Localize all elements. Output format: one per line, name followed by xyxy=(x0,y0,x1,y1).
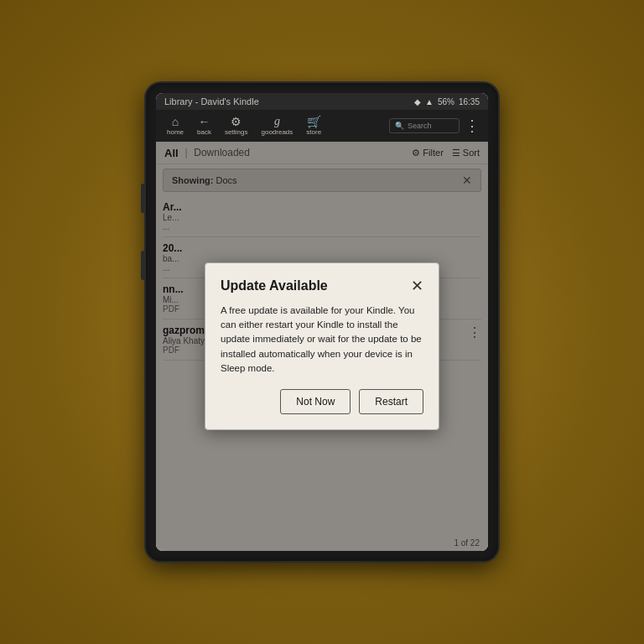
nav-goodreads[interactable]: g goodreads xyxy=(256,113,299,138)
search-placeholder: Search xyxy=(408,122,432,130)
status-bar: Library - David's Kindle ◆ ▲ 56% 16:35 xyxy=(156,93,488,110)
search-bar[interactable]: 🔍 Search xyxy=(389,118,460,133)
kindle-screen: Library - David's Kindle ◆ ▲ 56% 16:35 ⌂… xyxy=(156,93,488,551)
dialog-overlay: Update Available ✕ A free update is avai… xyxy=(156,142,488,551)
dialog-close-button[interactable]: ✕ xyxy=(411,278,423,293)
home-icon: ⌂ xyxy=(172,116,179,127)
nav-store-label: store xyxy=(306,128,321,136)
dialog-title: Update Available xyxy=(221,278,328,293)
nav-menu-button[interactable]: ⋮ xyxy=(461,117,483,135)
nav-settings[interactable]: ⚙ settings xyxy=(219,113,254,138)
nav-back[interactable]: ← back xyxy=(191,113,217,138)
nav-back-label: back xyxy=(197,128,211,136)
nav-goodreads-label: goodreads xyxy=(262,128,293,136)
wifi-icon: ▲ xyxy=(425,97,434,106)
dialog-header: Update Available ✕ xyxy=(221,278,423,293)
dialog-body: A free update is available for your Kind… xyxy=(221,304,423,376)
kindle-device: Library - David's Kindle ◆ ▲ 56% 16:35 ⌂… xyxy=(146,83,498,561)
update-dialog: Update Available ✕ A free update is avai… xyxy=(205,262,439,430)
dialog-buttons: Not Now Restart xyxy=(221,389,423,414)
battery-level: 56% xyxy=(438,97,454,106)
restart-button[interactable]: Restart xyxy=(359,389,423,414)
library-title: Library - David's Kindle xyxy=(164,96,259,106)
back-icon: ← xyxy=(198,116,210,127)
nav-home[interactable]: ⌂ home xyxy=(161,113,190,138)
status-icons: ◆ ▲ 56% 16:35 xyxy=(414,97,480,106)
content-area: All | Downloaded ⚙ Filter ☰ Sort xyxy=(156,142,488,551)
nav-home-label: home xyxy=(167,128,184,136)
nav-store[interactable]: 🛒 store xyxy=(300,113,327,138)
search-icon: 🔍 xyxy=(395,122,404,130)
settings-icon: ⚙ xyxy=(231,116,242,127)
clock: 16:35 xyxy=(459,97,480,106)
bluetooth-icon: ◆ xyxy=(414,97,421,106)
goodreads-icon: g xyxy=(274,116,280,127)
nav-settings-label: settings xyxy=(225,128,248,136)
store-icon: 🛒 xyxy=(307,116,321,127)
not-now-button[interactable]: Not Now xyxy=(280,389,351,414)
nav-bar: ⌂ home ← back ⚙ settings g goodreads 🛒 s… xyxy=(156,110,488,142)
